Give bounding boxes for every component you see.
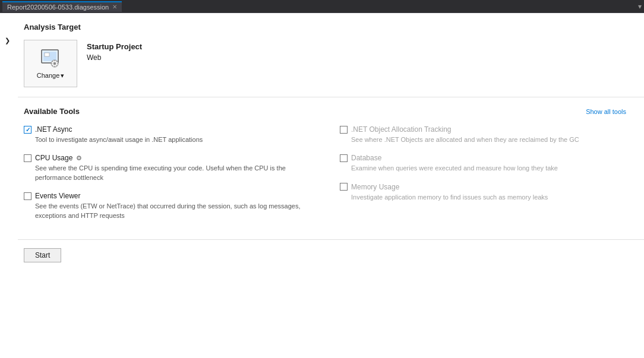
startup-project-label: Startup Project — [87, 42, 142, 51]
tool-checkbox-net-async[interactable] — [24, 126, 31, 134]
tool-checkbox-cpu-usage[interactable] — [24, 154, 31, 162]
title-bar: Report20200506-0533.diagsession ✕ ▾ — [0, 0, 644, 13]
start-button[interactable]: Start — [24, 248, 61, 262]
tool-name-events-viewer: Events Viewer — [35, 192, 80, 200]
tool-item-memory-usage: Memory UsageInvestigate application memo… — [340, 183, 632, 202]
tool-name-net-object-allocation: .NET Object Allocation Tracking — [351, 125, 452, 134]
gear-icon-cpu-usage[interactable]: ⚙ — [76, 154, 82, 162]
tool-item-net-object-allocation: .NET Object Allocation TrackingSee where… — [340, 125, 632, 144]
tool-name-memory-usage: Memory Usage — [351, 183, 399, 191]
startup-info: Startup Project Web — [87, 40, 142, 62]
start-section: Start — [18, 239, 644, 271]
svg-line-10 — [56, 65, 57, 65]
tool-description-net-async: Tool to investigate async/await usage in… — [35, 135, 316, 144]
tool-item-database: DatabaseExamine when queries were execut… — [340, 154, 632, 173]
tools-header: Available Tools Show all tools — [24, 107, 632, 116]
tool-checkbox-database[interactable] — [340, 154, 348, 162]
svg-line-11 — [56, 61, 57, 62]
close-icon[interactable]: ✕ — [112, 4, 117, 10]
tools-grid: .NET AsyncTool to investigate async/awai… — [24, 125, 632, 230]
tool-header-database: Database — [340, 154, 632, 162]
tool-name-cpu-usage: CPU Usage — [35, 154, 72, 162]
svg-rect-2 — [45, 53, 49, 56]
tools-left-column: .NET AsyncTool to investigate async/awai… — [24, 125, 316, 230]
change-target-label: Change ▾ — [37, 72, 65, 80]
tools-right-column: .NET Object Allocation TrackingSee where… — [340, 125, 632, 230]
target-container: Change ▾ Startup Project Web — [24, 40, 632, 87]
svg-line-9 — [52, 61, 53, 62]
startup-project-value: Web — [87, 53, 142, 62]
tool-name-database: Database — [351, 154, 381, 162]
tool-description-memory-usage: Investigate application memory to find i… — [351, 193, 632, 202]
tool-description-database: Examine when queries were executed and m… — [351, 164, 632, 173]
tool-item-net-async: .NET AsyncTool to investigate async/awai… — [24, 125, 316, 144]
tool-header-net-async: .NET Async — [24, 125, 316, 134]
analysis-target-title: Analysis Target — [24, 23, 632, 31]
tool-header-cpu-usage: CPU Usage⚙ — [24, 154, 316, 162]
tool-header-memory-usage: Memory Usage — [340, 183, 632, 191]
tool-item-cpu-usage: CPU Usage⚙See where the CPU is spending … — [24, 154, 316, 182]
svg-point-4 — [53, 62, 56, 64]
tool-header-events-viewer: Events Viewer — [24, 192, 316, 200]
tool-description-cpu-usage: See where the CPU is spending time execu… — [35, 164, 316, 182]
analysis-target-section: Analysis Target — [18, 13, 644, 97]
sidebar-collapse-arrow[interactable]: ❯ — [5, 37, 10, 45]
tool-description-net-object-allocation: See where .NET Objects are allocated and… — [351, 135, 632, 144]
available-tools-section: Available Tools Show all tools .NET Asyn… — [18, 97, 644, 239]
change-target-button[interactable]: Change ▾ — [24, 40, 77, 87]
tool-checkbox-net-object-allocation[interactable] — [340, 126, 348, 134]
tools-title: Available Tools — [24, 107, 80, 116]
svg-line-12 — [52, 65, 53, 65]
pin-icon[interactable]: ▾ — [638, 2, 642, 11]
tool-description-events-viewer: See the events (ETW or NetTrace) that oc… — [35, 202, 316, 220]
main-content: ❯ Analysis Target — [0, 13, 644, 358]
tool-item-events-viewer: Events ViewerSee the events (ETW or NetT… — [24, 192, 316, 220]
tool-checkbox-memory-usage[interactable] — [340, 183, 348, 191]
document-tab[interactable]: Report20200506-0533.diagsession ✕ — [2, 1, 122, 12]
tool-checkbox-events-viewer[interactable] — [24, 192, 31, 200]
tool-name-net-async: .NET Async — [35, 125, 72, 134]
tool-header-net-object-allocation: .NET Object Allocation Tracking — [340, 125, 632, 134]
project-icon — [40, 48, 61, 69]
tab-label: Report20200506-0533.diagsession — [7, 4, 109, 11]
show-all-tools-link[interactable]: Show all tools — [586, 108, 632, 115]
